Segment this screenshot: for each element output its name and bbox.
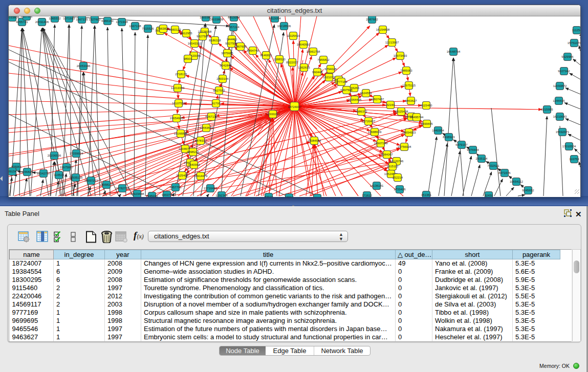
svg-text:1667135: 1667135 xyxy=(76,18,88,21)
svg-text:9327506: 9327506 xyxy=(197,35,209,38)
svg-text:16107553: 16107553 xyxy=(172,102,186,105)
svg-text:1615112: 1615112 xyxy=(387,165,399,168)
svg-text:946377: 946377 xyxy=(162,193,172,196)
svg-text:1156829: 1156829 xyxy=(21,170,34,173)
svg-text:91700: 91700 xyxy=(212,102,221,105)
svg-text:82910: 82910 xyxy=(265,195,273,197)
svg-text:18495744: 18495744 xyxy=(410,116,424,119)
svg-text:12505135: 12505135 xyxy=(69,176,83,179)
svg-text:17957253: 17957253 xyxy=(84,179,98,182)
svg-text:114519: 114519 xyxy=(54,173,64,177)
svg-text:62160: 62160 xyxy=(386,103,395,106)
svg-text:92450: 92450 xyxy=(485,194,493,197)
svg-text:111254: 111254 xyxy=(572,29,580,32)
svg-text:9055721: 9055721 xyxy=(16,20,28,24)
svg-text:1292344: 1292344 xyxy=(215,194,228,197)
svg-text:7625402: 7625402 xyxy=(176,174,188,177)
svg-text:7955812: 7955812 xyxy=(317,58,330,61)
svg-text:11325419: 11325419 xyxy=(287,34,300,37)
svg-text:9777169: 9777169 xyxy=(335,80,347,83)
svg-text:1621072: 1621072 xyxy=(323,76,335,79)
svg-text:99121: 99121 xyxy=(313,196,322,197)
svg-text:17359924: 17359924 xyxy=(70,152,83,155)
svg-text:990448: 990448 xyxy=(312,71,323,74)
svg-text:3875685: 3875685 xyxy=(221,52,233,55)
svg-text:19218506: 19218506 xyxy=(277,25,291,28)
svg-text:9146821: 9146821 xyxy=(260,54,272,57)
svg-text:9498222: 9498222 xyxy=(187,150,199,154)
svg-text:7357224: 7357224 xyxy=(227,26,239,29)
svg-text:2087682: 2087682 xyxy=(20,16,33,18)
svg-text:8813054: 8813054 xyxy=(228,16,240,19)
svg-text:8454749: 8454749 xyxy=(247,49,259,52)
svg-text:12342757: 12342757 xyxy=(37,172,51,175)
svg-text:6794028: 6794028 xyxy=(324,68,337,71)
svg-text:13716485: 13716485 xyxy=(204,187,217,190)
svg-text:1071915: 1071915 xyxy=(63,17,75,20)
svg-text:9084067: 9084067 xyxy=(381,153,393,156)
svg-text:10807487: 10807487 xyxy=(371,98,384,101)
svg-text:12093872: 12093872 xyxy=(553,84,567,87)
svg-text:2087682: 2087682 xyxy=(366,18,378,21)
svg-text:12213369: 12213369 xyxy=(171,86,185,90)
svg-text:2718176: 2718176 xyxy=(175,73,187,76)
svg-text:9699695: 9699695 xyxy=(421,122,433,125)
svg-text:2803144: 2803144 xyxy=(216,77,229,80)
svg-text:6966160: 6966160 xyxy=(101,19,114,23)
svg-text:9242848: 9242848 xyxy=(220,64,232,67)
svg-text:2867608: 2867608 xyxy=(234,45,247,48)
svg-text:10973493: 10973493 xyxy=(394,54,407,57)
svg-text:19756928: 19756928 xyxy=(398,145,411,148)
svg-text:15720407: 15720407 xyxy=(362,120,376,123)
svg-text:1540993: 1540993 xyxy=(188,163,200,166)
svg-text:19166827: 19166827 xyxy=(174,132,188,135)
svg-text:20364436: 20364436 xyxy=(348,98,362,101)
svg-text:2935114: 2935114 xyxy=(476,157,488,160)
svg-text:19654923: 19654923 xyxy=(402,131,416,134)
svg-text:1362615: 1362615 xyxy=(298,66,310,69)
svg-text:13300213: 13300213 xyxy=(266,113,280,116)
svg-text:8878332: 8878332 xyxy=(194,139,207,142)
svg-text:16033809: 16033809 xyxy=(9,16,19,19)
svg-text:9245012: 9245012 xyxy=(146,194,158,197)
svg-text:7632621: 7632621 xyxy=(487,164,499,167)
svg-text:19975867: 19975867 xyxy=(60,166,74,169)
svg-text:1667138: 1667138 xyxy=(129,25,141,28)
svg-text:1440954: 1440954 xyxy=(432,129,444,132)
svg-text:7986372: 7986372 xyxy=(355,110,367,113)
svg-text:8813054: 8813054 xyxy=(269,17,281,20)
svg-text:16543362: 16543362 xyxy=(188,42,202,45)
svg-text:8267130: 8267130 xyxy=(205,115,217,118)
svg-text:8938923: 8938923 xyxy=(443,136,455,139)
svg-text:19654935: 19654935 xyxy=(170,117,184,120)
svg-text:12975115: 12975115 xyxy=(402,84,416,87)
svg-text:9329966: 9329966 xyxy=(561,55,574,58)
svg-text:9457791: 9457791 xyxy=(169,186,182,189)
svg-text:9245652: 9245652 xyxy=(522,189,534,192)
svg-text:16782759: 16782759 xyxy=(116,187,129,190)
svg-text:16640910: 16640910 xyxy=(297,43,311,46)
svg-text:1588520: 1588520 xyxy=(273,58,286,61)
svg-text:151361: 151361 xyxy=(421,193,432,196)
svg-text:171612: 171612 xyxy=(362,194,373,197)
svg-text:12213967: 12213967 xyxy=(385,41,399,44)
svg-text:16033809: 16033809 xyxy=(210,18,224,21)
svg-text:15751074: 15751074 xyxy=(568,41,580,45)
svg-text:8186328: 8186328 xyxy=(209,39,221,42)
svg-text:1244415: 1244415 xyxy=(553,99,565,102)
svg-text:18724007: 18724007 xyxy=(288,105,301,108)
svg-text:20691406: 20691406 xyxy=(35,20,49,24)
svg-text:9115460: 9115460 xyxy=(421,104,433,107)
svg-text:7485063: 7485063 xyxy=(400,69,412,72)
svg-text:116753: 116753 xyxy=(569,158,579,161)
svg-text:7515526: 7515526 xyxy=(142,27,154,30)
svg-text:3624554: 3624554 xyxy=(360,92,372,95)
svg-text:8660123: 8660123 xyxy=(169,28,181,31)
svg-text:19384554: 19384554 xyxy=(308,139,321,142)
svg-text:6497508: 6497508 xyxy=(340,89,353,92)
svg-text:17334: 17334 xyxy=(285,196,294,197)
svg-text:9227342: 9227342 xyxy=(558,70,570,73)
svg-text:17010504: 17010504 xyxy=(562,145,576,148)
svg-text:18907249: 18907249 xyxy=(374,142,388,145)
svg-text:8322037: 8322037 xyxy=(286,61,298,64)
